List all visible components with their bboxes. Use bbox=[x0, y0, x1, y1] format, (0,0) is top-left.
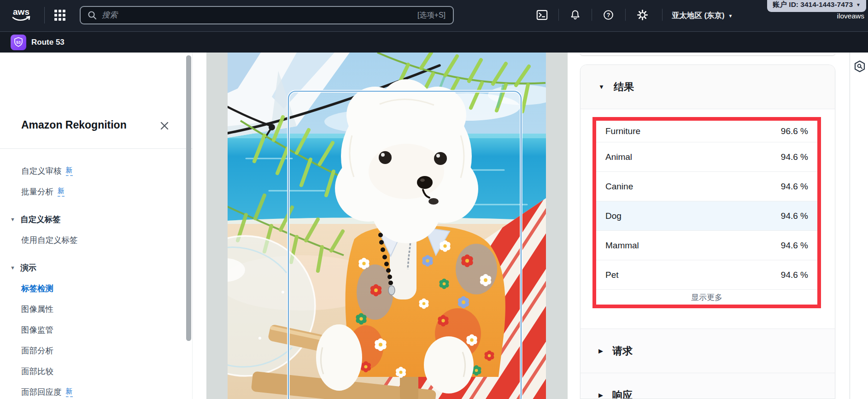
result-label: Mammal bbox=[605, 241, 639, 251]
sidebar-item-标签检测[interactable]: 标签检测 bbox=[0, 278, 193, 299]
route53-icon[interactable]: 53 bbox=[11, 35, 26, 50]
topbar-separator bbox=[625, 9, 626, 21]
username-label: iloveaws bbox=[837, 12, 864, 20]
annotation-red-box: Furniture96.6 %Animal94.6 %Canine94.6 %D… bbox=[592, 117, 821, 308]
result-row-Dog[interactable]: Dog94.6 % bbox=[596, 201, 817, 231]
settings-gear-icon[interactable] bbox=[636, 8, 649, 21]
sidebar-item-label: 面部分析 bbox=[21, 345, 53, 356]
apps-grid-icon[interactable] bbox=[54, 9, 66, 21]
sidebar-item-label: 图像属性 bbox=[21, 304, 53, 315]
svg-text:?: ? bbox=[606, 12, 610, 18]
label-results-list: Furniture96.6 %Animal94.6 %Canine94.6 %D… bbox=[596, 121, 817, 290]
sidebar-item-label: 图像监管 bbox=[21, 324, 53, 335]
sidebar-item-图像属性[interactable]: 图像属性 bbox=[0, 299, 193, 319]
result-row-Canine[interactable]: Canine94.6 % bbox=[596, 172, 817, 201]
search-icon bbox=[87, 10, 97, 20]
result-row-Mammal[interactable]: Mammal94.6 % bbox=[596, 231, 817, 260]
aws-logo[interactable]: aws bbox=[9, 6, 33, 24]
analysis-results-card: ▼ 结果 Furniture96.6 %Animal94.6 %Canine94… bbox=[580, 65, 835, 399]
svg-text:53: 53 bbox=[16, 40, 21, 45]
previous-card-bottom-edge bbox=[580, 53, 835, 55]
sidebar-item-面部回应度[interactable]: 面部回应度新 bbox=[0, 381, 193, 399]
sidebar-item-批量分析[interactable]: 批量分析新 bbox=[0, 181, 193, 202]
sidebar-section-演示[interactable]: ▼演示 bbox=[0, 257, 193, 278]
results-section-title: 结果 bbox=[614, 80, 634, 94]
show-more-link[interactable]: 显示更多 bbox=[691, 292, 722, 303]
search-box: [选项+S] bbox=[80, 6, 454, 24]
sidebar-item-图像监管[interactable]: 图像监管 bbox=[0, 319, 193, 340]
top-nav-bar: aws [选项+S] bbox=[0, 0, 868, 31]
region-selector[interactable]: 亚太地区 (东京) ▼ bbox=[672, 0, 733, 31]
topbar-separator bbox=[592, 9, 592, 21]
response-section-header[interactable]: ▶ 响应 bbox=[581, 373, 835, 399]
result-confidence: 94.6 % bbox=[781, 211, 808, 221]
sidebar-divider bbox=[0, 148, 193, 149]
chevron-down-icon: ▼ bbox=[856, 2, 861, 7]
sidebar-scrollbar-thumb[interactable] bbox=[186, 55, 191, 341]
sidebar-item-label: 演示 bbox=[20, 262, 36, 273]
sidebar-title: Amazon Rekognition bbox=[21, 119, 127, 131]
results-section-header[interactable]: ▼ 结果 bbox=[581, 65, 835, 109]
result-confidence: 94.6 % bbox=[781, 182, 808, 192]
sidebar-item-面部比较[interactable]: 面部比较 bbox=[0, 361, 193, 381]
show-more-row: 显示更多 bbox=[596, 290, 817, 305]
hexagon-badge-icon[interactable] bbox=[854, 60, 865, 72]
result-row-Animal[interactable]: Animal94.6 % bbox=[596, 142, 817, 172]
result-row-Furniture[interactable]: Furniture96.6 % bbox=[596, 121, 817, 142]
chevron-down-icon: ▼ bbox=[728, 13, 733, 18]
triangle-right-icon: ▶ bbox=[598, 392, 603, 399]
cloudshell-icon[interactable] bbox=[535, 8, 548, 21]
request-section-title: 请求 bbox=[612, 344, 633, 358]
result-label: Pet bbox=[605, 270, 619, 280]
result-label: Animal bbox=[605, 152, 632, 162]
triangle-down-icon: ▼ bbox=[10, 265, 15, 270]
sidebar-item-label: 面部回应度 bbox=[21, 387, 62, 398]
sidebar-item-label: 面部比较 bbox=[21, 366, 53, 377]
close-icon[interactable] bbox=[158, 120, 170, 132]
region-label: 亚太地区 (东京) bbox=[672, 11, 725, 21]
response-section-title: 响应 bbox=[612, 388, 633, 399]
result-confidence: 96.6 % bbox=[781, 126, 808, 136]
sidebar-item-使用自定义标签[interactable]: 使用自定义标签 bbox=[0, 229, 193, 250]
demo-photo-dog-on-beach bbox=[228, 53, 546, 399]
topbar-separator bbox=[662, 9, 663, 21]
result-label: Furniture bbox=[605, 126, 640, 136]
svg-text:aws: aws bbox=[13, 7, 29, 17]
triangle-down-icon: ▼ bbox=[10, 217, 15, 222]
sidebar-nav-list: 自定义审核新批量分析新▼自定义标签使用自定义标签▼演示标签检测图像属性图像监管面… bbox=[0, 160, 193, 399]
new-badge: 新 bbox=[66, 166, 73, 176]
topbar-divider bbox=[44, 7, 45, 23]
new-badge: 新 bbox=[58, 187, 65, 197]
service-shortcut-bar: 53 Route 53 bbox=[0, 31, 868, 53]
result-label: Canine bbox=[605, 182, 633, 192]
result-confidence: 94.6 % bbox=[781, 241, 808, 251]
request-section-header[interactable]: ▶ 请求 bbox=[581, 329, 835, 373]
account-id-label: 账户 ID: 3414-1443-7473 bbox=[773, 0, 853, 10]
result-confidence: 94.6 % bbox=[781, 152, 808, 162]
service-bar-route53-link[interactable]: Route 53 bbox=[31, 38, 65, 47]
result-label: Dog bbox=[605, 211, 622, 221]
topbar-separator bbox=[558, 9, 559, 21]
sidebar-item-label: 标签检测 bbox=[21, 283, 53, 294]
account-id-menu[interactable]: 账户 ID: 3414-1443-7473 ▼ bbox=[767, 0, 866, 12]
dog-body-shirt bbox=[346, 226, 505, 378]
result-confidence: 94.6 % bbox=[781, 270, 808, 280]
notifications-bell-icon[interactable] bbox=[569, 8, 581, 21]
triangle-down-icon: ▼ bbox=[598, 83, 604, 90]
sidebar-item-自定义审核[interactable]: 自定义审核新 bbox=[0, 160, 193, 181]
search-input[interactable] bbox=[97, 11, 417, 20]
rekognition-console-screen: aws [选项+S] bbox=[0, 0, 868, 399]
sidebar-item-label: 使用自定义标签 bbox=[21, 235, 78, 246]
search-shortcut-hint: [选项+S] bbox=[417, 11, 446, 20]
sidebar-item-面部分析[interactable]: 面部分析 bbox=[0, 340, 193, 361]
rekognition-sidebar: Amazon Rekognition 自定义审核新批量分析新▼自定义标签使用自定… bbox=[0, 53, 193, 399]
sidebar-section-自定义标签[interactable]: ▼自定义标签 bbox=[0, 209, 193, 229]
sidebar-item-label: 自定义标签 bbox=[20, 214, 61, 225]
new-badge: 新 bbox=[66, 387, 73, 397]
help-icon[interactable]: ? bbox=[602, 8, 615, 21]
side-panel-rail bbox=[850, 53, 868, 399]
sidebar-item-label: 自定义审核 bbox=[21, 165, 62, 176]
sidebar-item-label: 批量分析 bbox=[21, 186, 53, 197]
triangle-right-icon: ▶ bbox=[598, 347, 603, 354]
result-row-Pet[interactable]: Pet94.6 % bbox=[596, 260, 817, 290]
